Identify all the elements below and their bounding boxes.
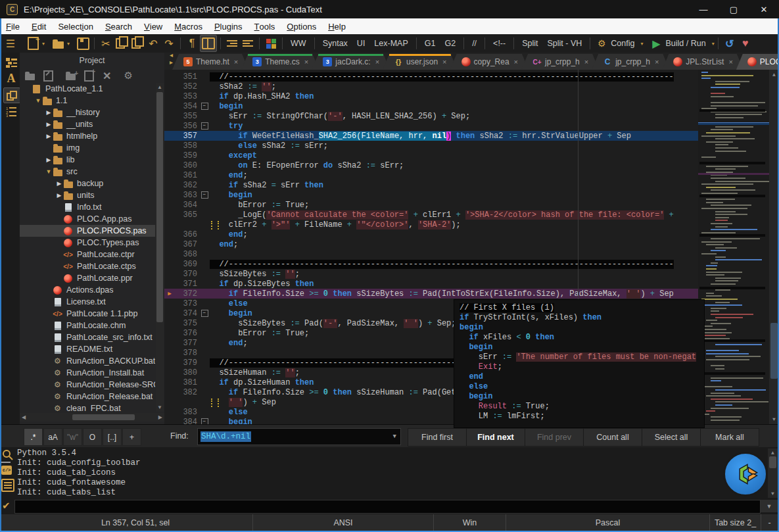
code-line-364[interactable]: 364 bError := True; [164,200,698,210]
open-file-icon[interactable] [50,36,66,51]
code-line-371[interactable]: 371 if dp.SizeBytes then [164,279,698,289]
build-run-dropdown-icon[interactable]: ▾ [712,41,715,47]
tree-item-PathLocate_src_info.txt[interactable]: PathLocate_src_info.txt [20,331,155,343]
project-add-folder-icon[interactable]: + [66,72,76,80]
project-settings-gear-icon[interactable]: ⚙ [124,70,132,82]
tab-JPL.StrList[interactable]: JPL.StrList× [662,54,743,70]
tree-item-RunAction_BACKUP.bat[interactable]: ⚙RunAction_BACKUP.bat [20,355,155,367]
tab-PLOC.PR([interactable]: PLOC.PR(× [736,54,779,70]
count-all-button[interactable]: Count all [583,428,642,447]
find-option-3[interactable]: O [83,428,102,446]
tab-close-icon[interactable]: × [514,58,518,66]
new-file-icon[interactable]: + [25,36,41,51]
find-history-dropdown-icon[interactable]: ▼ [393,433,400,440]
tree-item-__units[interactable]: ▶__units [20,118,155,130]
tree-item-PathLocate 1.1.pbp[interactable]: </>PathLocate 1.1.pbp [20,308,155,320]
tree-hscrollbar[interactable]: ◀ ▶ [20,413,164,422]
code-line-357[interactable]: 357 if WeGetFileHash_SHA2_256(FileName, … [164,131,698,141]
status-wrap-mode[interactable]: - [761,514,778,531]
tab-jacDark.c:[interactable]: 3jacDark.c:× [312,54,390,70]
menu-item-help[interactable]: Help [322,18,352,34]
plugins-colors-icon[interactable] [263,36,279,51]
fold-marker-icon[interactable]: − [199,191,210,199]
fold-marker-icon[interactable]: − [199,103,210,110]
minimap[interactable] [698,70,769,424]
console-vscrollbar[interactable]: ▲ ▼ [768,448,778,498]
tree-item-backup[interactable]: ▶backup [20,178,155,189]
repeat-icon[interactable]: ↺ [722,36,738,51]
console-check-icon[interactable]: ✔ [2,500,11,512]
tree-vscrollbar[interactable]: ▲ ▼ [156,83,164,412]
tree-item-RunAction_Release-SRC.bat[interactable]: ⚙RunAction_Release-SRC.bat [20,379,155,391]
status-tab-size[interactable]: Tab size 2_ [710,514,761,531]
open-arrow-icon[interactable]: ▼ [45,168,53,175]
ui-button[interactable]: UI [352,39,370,48]
tree-item-src[interactable]: ▼src [20,166,155,178]
scroll-left-icon[interactable]: ◀ [22,414,26,420]
menu-item-plugins[interactable]: Plugins [208,18,248,34]
project-edit-icon[interactable] [43,70,53,82]
tree-item-units[interactable]: ▶units [20,189,155,201]
close-button[interactable]: ✕ [749,0,779,18]
indent-less-icon[interactable] [240,36,256,51]
closed-arrow-icon[interactable]: ▶ [45,157,53,163]
config-gear-icon[interactable]: ⚙ [594,36,609,51]
html-comment-button[interactable]: <!-- [488,39,510,48]
project-add-file-icon[interactable]: + [84,70,94,82]
closed-arrow-icon[interactable]: ▶ [45,109,53,116]
closed-arrow-icon[interactable]: ▶ [45,121,53,128]
tab-close-icon[interactable]: × [234,58,238,66]
tree-item-Info.txt[interactable]: Info.txt [20,201,155,213]
status-lexer[interactable]: Pascal [506,514,710,531]
tree-item-PathLocate.ctpr[interactable]: </>PathLocate.ctpr [20,249,155,260]
console-input[interactable] [14,500,761,514]
tree-item-PathLocate.ppr[interactable]: PathLocate.ppr [20,272,155,284]
menu-item-edit[interactable]: Edit [26,18,52,34]
scroll-up-icon[interactable]: ▲ [156,83,164,90]
tree-item-PLOC.App.pas[interactable]: PLOC.App.pas [20,213,155,225]
fold-marker-icon[interactable]: − [199,310,210,317]
split-button[interactable]: Split [517,39,542,48]
scroll-up-icon[interactable]: ▲ [768,448,778,456]
show-minimap-icon[interactable] [200,35,217,52]
code-line-368[interactable]: 368 [164,249,698,259]
sidebar-toggle-icon[interactable]: ☰ [3,36,18,51]
show-unprinted-icon[interactable]: ¶ [184,36,200,51]
tree-item-img[interactable]: img [20,142,155,154]
code-line-363[interactable]: 363− begin [164,190,698,200]
save-icon[interactable] [75,36,91,51]
tree-item-License.txt[interactable]: License.txt [20,296,155,308]
code-line-372[interactable]: ▶372 if FileInfo.Size >= 0 then sSizeByt… [164,289,698,299]
paste-icon[interactable] [130,36,145,51]
split-vh-button[interactable]: Split - VH [543,39,587,48]
code-line-351[interactable]: 351 //----------------------------------… [164,72,698,82]
status-encoding[interactable]: ANSI [253,514,434,531]
tree-item-README.txt[interactable]: README.txt [20,343,155,355]
project-close-icon[interactable]: ✕ [103,70,111,82]
build-run-play-icon[interactable]: ▶ [648,36,664,51]
tab-copy_Rea[interactable]: copy_Rea× [450,54,529,70]
tab-user.json[interactable]: {}user.json× [383,54,457,70]
tree-hscrollbar-thumb[interactable] [72,414,135,420]
font-panel-icon[interactable]: A [3,71,19,85]
closed-arrow-icon[interactable]: ▶ [55,180,63,187]
tree-item-lib[interactable]: ▶lib [20,154,155,166]
tree-item-clean_FPC.bat[interactable]: ⚙clean_FPC.bat [20,402,155,412]
tree-item-PLOC.PROCS.pas[interactable]: PLOC.PROCS.pas [20,225,155,237]
tree-vscrollbar-thumb[interactable] [156,92,163,322]
tab-Theme.ht[interactable]: 5Theme.ht× [172,54,248,70]
syntax-button[interactable]: Syntax [318,39,352,48]
menu-item-search[interactable]: Search [99,18,138,34]
find-first-button[interactable]: Find first [408,428,467,447]
tree-item-RunAction_Install.bat[interactable]: ⚙RunAction_Install.bat [20,367,155,379]
console-log-icon[interactable] [1,479,14,492]
copy-icon[interactable] [114,36,130,51]
code-line-360[interactable]: 360 on E: EFopenError do sSha2 := sErr; [164,160,698,170]
code-line-361[interactable]: 361 end; [164,170,698,180]
line-comment-button[interactable]: // [467,39,481,48]
tab-close-icon[interactable]: × [728,58,732,66]
code-line-366[interactable]: 366 end; [164,230,698,239]
code-line-369[interactable]: 369 //----------------------------------… [164,259,698,269]
code-line-365[interactable]: 365 _LogE('Cannot calculate the <color='… [164,210,698,220]
tree-item-1.1[interactable]: ▼1.1 [20,95,155,107]
